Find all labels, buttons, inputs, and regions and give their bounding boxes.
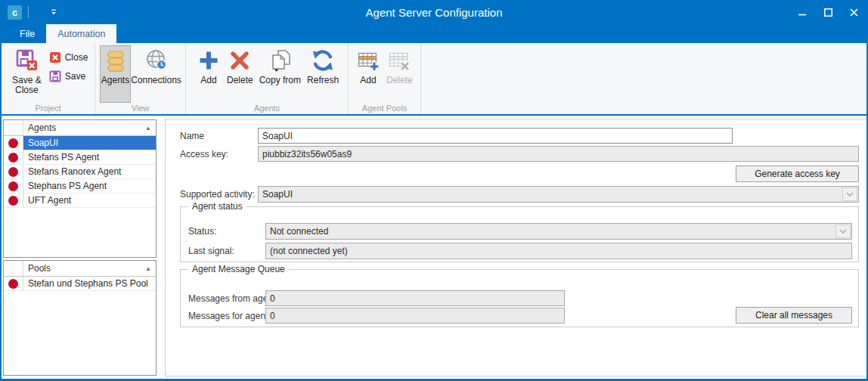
- agent-message-queue-group-title: Agent Message Queue: [188, 264, 289, 274]
- minimize-button[interactable]: [789, 0, 815, 24]
- delete-x-icon: [228, 48, 252, 73]
- last-signal-label: Last signal:: [188, 246, 234, 256]
- agent-row-stefans-ps-agent[interactable]: Stefans PS Agent: [4, 150, 156, 165]
- ribbon-group-view: Agents Connections View: [95, 43, 186, 114]
- messages-for-agent-field: 0: [265, 308, 565, 324]
- agent-refresh-button[interactable]: Refresh: [304, 45, 342, 103]
- name-label: Name: [180, 131, 204, 141]
- agent-add-button[interactable]: Add: [194, 45, 224, 103]
- window-title: Agent Server Configuration: [2, 6, 866, 19]
- group-label-project: Project: [2, 104, 95, 113]
- save-icon: [49, 70, 61, 82]
- add-plus-icon: [197, 48, 221, 73]
- pools-header-icon-column: [4, 261, 23, 276]
- pool-delete-button[interactable]: Delete: [383, 45, 416, 103]
- agents-database-icon: [104, 48, 128, 73]
- chevron-down-icon[interactable]: [842, 187, 857, 201]
- qat-customize-chevron-icon[interactable]: [45, 4, 62, 20]
- messages-from-agent-field: 0: [265, 290, 565, 306]
- save-close-icon: [14, 48, 39, 73]
- agent-status-dot: [8, 153, 18, 163]
- status-label: Status:: [188, 226, 216, 237]
- agent-copy-from-button[interactable]: Copy from: [256, 45, 304, 103]
- tab-file[interactable]: File: [8, 24, 46, 43]
- pools-list-header[interactable]: Pools ▲: [4, 261, 156, 277]
- chevron-down-icon[interactable]: [835, 225, 851, 238]
- agent-delete-button[interactable]: Delete: [224, 45, 256, 103]
- agent-status-dot: [8, 138, 18, 148]
- agents-header-icon-column: [4, 120, 23, 135]
- agent-row-stefans-ranorex-agent[interactable]: Stefans Ranorex Agent: [4, 165, 156, 179]
- pool-row-stefan-und-stephans-ps-pool[interactable]: Stefan und Stephans PS Pool: [4, 277, 156, 291]
- agents-list: Agents ▲ SoapUI Stefans PS Agent Stefans…: [3, 119, 157, 258]
- connections-globe-icon: [144, 48, 169, 73]
- maximize-button[interactable]: [815, 0, 841, 24]
- group-label-agents: Agents: [186, 104, 348, 113]
- ribbon-group-agents: Add Delete Copy from: [186, 43, 349, 114]
- app-logo-icon: c: [8, 5, 22, 20]
- last-signal-field: (not connected yet): [265, 243, 852, 259]
- view-agents-toggle[interactable]: Agents: [100, 45, 131, 103]
- pool-delete-table-icon: [387, 48, 411, 73]
- view-connections-toggle[interactable]: Connections: [131, 45, 181, 103]
- name-field[interactable]: SoapUI: [258, 128, 733, 144]
- copy-from-icon: [267, 48, 293, 73]
- ribbon-group-agent-pools: Add Delete Agent Pools: [349, 43, 421, 114]
- sort-ascending-icon: ▲: [145, 265, 156, 272]
- pools-header-label: Pools: [23, 263, 145, 274]
- ribbon-group-project: Save & Close Close Sav: [2, 43, 95, 114]
- ribbon: Save & Close Close Sav: [2, 43, 866, 116]
- supported-activity-label: Supported activity:: [180, 189, 255, 200]
- pool-status-dot: [8, 279, 18, 289]
- agent-row-stephans-ps-agent[interactable]: Stephans PS Agent: [4, 179, 156, 194]
- supported-activity-dropdown[interactable]: SoapUI: [258, 186, 859, 203]
- group-label-agent-pools: Agent Pools: [349, 104, 420, 113]
- close-window-button[interactable]: [841, 0, 866, 24]
- agent-row-uft-agent[interactable]: UFT Agent: [4, 194, 156, 208]
- clear-all-messages-button[interactable]: Clear all messages: [736, 307, 852, 324]
- status-dropdown[interactable]: Not connected: [265, 223, 852, 240]
- agent-status-dot: [8, 196, 18, 206]
- agents-header-label: Agents: [23, 122, 145, 133]
- agent-status-group-title: Agent status: [188, 201, 246, 212]
- messages-from-agent-label: Messages from agent:: [188, 293, 278, 304]
- tab-automation[interactable]: Automation: [46, 24, 116, 43]
- sort-ascending-icon: ▲: [145, 125, 156, 132]
- refresh-icon: [311, 48, 335, 73]
- agent-status-group: Agent status Status: Not connected Last …: [180, 206, 859, 262]
- agent-status-dot: [8, 181, 18, 191]
- generate-access-key-button[interactable]: Generate access key: [736, 166, 859, 182]
- close-icon: [49, 51, 61, 64]
- quick-access-toolbar: c: [2, 4, 62, 20]
- messages-for-agent-label: Messages for agent:: [188, 311, 271, 321]
- ribbon-tab-row: File Automation: [2, 24, 866, 43]
- agent-row-soapui[interactable]: SoapUI: [4, 136, 156, 150]
- agent-status-dot: [8, 167, 18, 177]
- agent-detail-panel: Name SoapUI Access key: piubbiz32its56w0…: [165, 119, 867, 376]
- pool-add-button[interactable]: Add: [353, 45, 383, 103]
- title-bar: c Agent Server Configuration: [2, 0, 866, 24]
- close-project-button[interactable]: Close: [49, 51, 88, 64]
- access-key-label: Access key:: [180, 149, 228, 160]
- agent-server-configuration-window: c Agent Server Configuration File Automa…: [0, 0, 868, 381]
- qat-separator: [28, 6, 29, 18]
- pools-list: Pools ▲ Stefan und Stephans PS Pool: [3, 260, 157, 376]
- save-and-close-button[interactable]: Save & Close: [9, 45, 45, 103]
- save-button[interactable]: Save: [49, 70, 88, 82]
- group-label-view: View: [95, 104, 185, 113]
- pool-add-table-icon: [356, 48, 380, 73]
- access-key-field[interactable]: piubbiz32its56w05as9: [258, 146, 859, 162]
- agents-list-header[interactable]: Agents ▲: [4, 120, 156, 136]
